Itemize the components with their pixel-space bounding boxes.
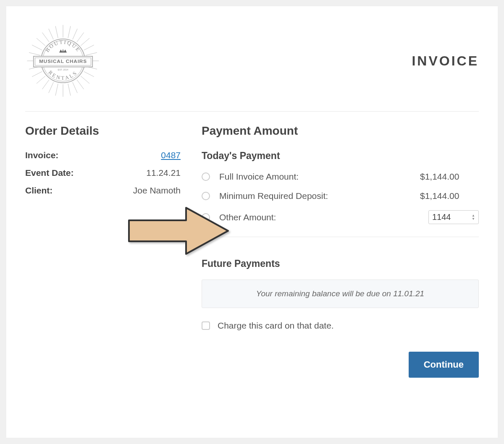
order-details-section: Order Details Invoice: 0487 Event Date: …	[25, 124, 181, 378]
invoice-label: Invoice:	[25, 150, 58, 160]
event-date-value: 11.24.21	[146, 168, 181, 178]
radio-min-deposit[interactable]	[202, 192, 210, 200]
client-label: Client:	[25, 185, 52, 196]
option-other-amount: Other Amount: ▲▼	[202, 210, 479, 224]
svg-text:EST. 2014: EST. 2014	[58, 68, 68, 71]
page-title: INVOICE	[412, 53, 479, 69]
continue-button[interactable]: Continue	[409, 352, 479, 378]
event-date-label: Event Date:	[25, 168, 74, 178]
option-full-amount: Full Invoice Amount: $1,144.00	[202, 172, 479, 182]
detail-row-event-date: Event Date: 11.24.21	[25, 168, 181, 178]
payment-amount-heading: Payment Amount	[202, 124, 479, 138]
stepper-icon[interactable]: ▲▼	[472, 214, 475, 221]
future-payments-heading: Future Payments	[202, 258, 479, 269]
invoice-page: BOUTIQUE RENTALS MUSICAL CHAIRS EST. 201…	[6, 6, 498, 438]
detail-row-invoice: Invoice: 0487	[25, 150, 181, 160]
invoice-number-link[interactable]: 0487	[161, 150, 181, 160]
detail-row-client: Client: Joe Namoth	[25, 185, 181, 196]
company-logo: BOUTIQUE RENTALS MUSICAL CHAIRS EST. 201…	[25, 23, 101, 99]
option-min-deposit: Minimum Required Deposit: $1,144.00	[202, 191, 479, 201]
order-details-heading: Order Details	[25, 124, 181, 138]
other-amount-input-wrap: ▲▼	[428, 210, 479, 224]
future-balance-notice: Your remaining balance will be due on 11…	[202, 279, 479, 308]
option-full-amount-label: Full Invoice Amount:	[219, 172, 420, 182]
radio-other-amount[interactable]	[202, 213, 210, 222]
client-value: Joe Namoth	[133, 185, 181, 196]
option-full-amount-value: $1,144.00	[420, 172, 479, 182]
option-min-deposit-label: Minimum Required Deposit:	[219, 191, 420, 201]
payment-section: Payment Amount Today's Payment Full Invo…	[202, 124, 479, 378]
radio-full-amount[interactable]	[202, 172, 210, 181]
header: BOUTIQUE RENTALS MUSICAL CHAIRS EST. 201…	[25, 23, 479, 112]
today-payment-heading: Today's Payment	[202, 150, 479, 162]
charge-card-row: Charge this card on that date.	[202, 321, 479, 331]
other-amount-input[interactable]	[432, 212, 462, 222]
charge-card-label: Charge this card on that date.	[218, 321, 334, 331]
divider	[202, 237, 479, 237]
option-other-amount-label: Other Amount:	[219, 212, 428, 222]
charge-card-checkbox[interactable]	[202, 321, 210, 330]
option-min-deposit-value: $1,144.00	[420, 191, 479, 201]
svg-text:MUSICAL CHAIRS: MUSICAL CHAIRS	[39, 58, 87, 64]
